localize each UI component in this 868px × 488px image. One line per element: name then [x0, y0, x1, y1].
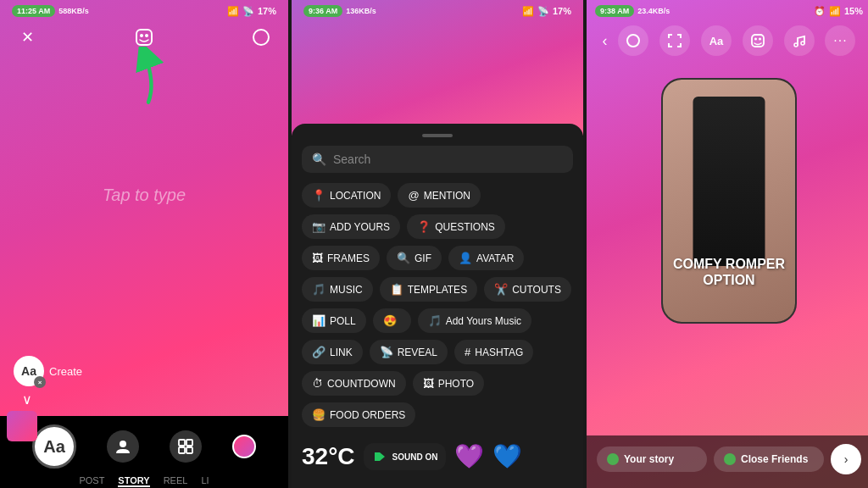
sticker-chip-location[interactable]: 📍 LOCATION — [302, 183, 391, 208]
bottom-icons-row: Aa — [0, 416, 288, 472]
close-friends-btn[interactable]: Close Friends — [714, 446, 824, 472]
sticker-chip-cutouts[interactable]: ✂️ CUTOUTS — [484, 277, 571, 302]
chevron-down-icon[interactable]: ∨ — [22, 391, 32, 408]
svg-rect-8 — [179, 447, 185, 453]
bottom-bar-1: Aa — [0, 416, 288, 488]
sticker-tool-btn[interactable] — [743, 25, 773, 56]
network-speed-1: 588KB/s — [58, 7, 89, 15]
sound-on-sticker[interactable]: SOUND ON — [364, 443, 447, 470]
more-dots: ··· — [833, 33, 847, 48]
network-indicator-1: 11:25 AM — [12, 5, 55, 17]
status-bar-1: 11:25 AM 588KB/s 📶 📡 17% — [0, 0, 288, 20]
wifi-1: 📡 — [242, 6, 254, 17]
sticker-chip-countdown[interactable]: ⏱ COUNTDOWN — [302, 371, 406, 396]
signal-1: 📶 — [227, 6, 239, 17]
expand-tool-btn[interactable] — [659, 25, 690, 56]
nav-tab-reel[interactable]: REEL — [164, 475, 188, 487]
sticker-chip-reveal[interactable]: 📡 REVEAL — [370, 340, 448, 364]
share-arrow-btn[interactable]: › — [831, 444, 861, 474]
svg-rect-7 — [186, 440, 192, 446]
sticker-chip-music[interactable]: 🎵 MUSIC — [302, 277, 373, 302]
sticker-chip-questions[interactable]: ❓ QUESTIONS — [407, 214, 505, 239]
circle-tool-btn[interactable] — [618, 25, 648, 56]
sticker-chip-photo[interactable]: 🖼 PHOTO — [413, 371, 484, 396]
sticker-chip-link[interactable]: 🔗 LINK — [302, 340, 363, 364]
svg-point-3 — [253, 30, 269, 45]
tap-to-type-label[interactable]: Tap to type — [103, 186, 186, 205]
nav-tabs: POST STORY REEL LI — [0, 472, 288, 488]
status-bar-2: 9:36 AM 136KB/s 📶 📡 17% — [292, 0, 583, 20]
bottom-share-bar: Your story Close Friends › — [587, 435, 868, 488]
svg-rect-9 — [186, 447, 192, 453]
status-left-1: 11:25 AM 588KB/s — [12, 5, 89, 17]
sticker-chip-avatar[interactable]: 👤 AVATAR — [448, 246, 524, 270]
big-aa-label: Aa — [43, 437, 65, 457]
text-tool-btn[interactable]: Aa — [701, 25, 732, 56]
sticker-chip-poll[interactable]: 📊 POLL — [302, 308, 366, 333]
screens-container: 11:25 AM 588KB/s 📶 📡 17% ✕ — [0, 0, 868, 488]
wifi-2: 📡 — [537, 6, 549, 17]
alarm-3: ⏰ — [814, 6, 826, 17]
back-button-3[interactable]: ‹ — [602, 32, 607, 50]
heart-sticker[interactable]: 💜 — [454, 442, 484, 470]
color-selector[interactable] — [232, 435, 256, 458]
sticker-chip-gif[interactable]: 🔍 GIF — [387, 246, 442, 270]
sticker-chip-hashtag[interactable]: # HASHTAG — [454, 340, 533, 364]
close-friends-dot — [724, 453, 736, 465]
sticker-chip-addyours[interactable]: 📷 ADD YOURS — [302, 214, 400, 239]
layout-icon-1[interactable] — [170, 430, 202, 463]
arrow-icon: › — [844, 452, 849, 466]
svg-point-15 — [794, 43, 798, 47]
phone-mockup: COMFY ROMPER OPTION — [661, 78, 797, 324]
speed-2: 136KB/s — [346, 7, 376, 15]
battery-1: 17% — [258, 6, 276, 16]
time-3: 9:38 AM — [595, 5, 634, 17]
status-bar-3: 9:38 AM 23.4KB/s ⏰ 📶 15% — [587, 0, 868, 20]
your-story-dot — [607, 453, 619, 465]
close-button-1[interactable]: ✕ — [14, 24, 41, 51]
more-tool-btn[interactable]: ··· — [825, 25, 855, 56]
svg-point-11 — [627, 35, 639, 47]
sticker-chip-templates[interactable]: 📋 TEMPLATES — [380, 277, 477, 302]
circle-icon-1[interactable] — [248, 24, 275, 51]
svg-point-2 — [145, 34, 148, 37]
search-icon: 🔍 — [312, 152, 326, 166]
signal-3: 📶 — [829, 6, 841, 17]
big-aa-button[interactable]: Aa — [32, 424, 76, 469]
status-right-3: ⏰ 📶 15% — [814, 6, 863, 17]
temp-sticker[interactable]: 32°C — [302, 443, 355, 470]
sticker-chip-emoji[interactable]: 😍 — [373, 308, 411, 333]
person-silhouette — [693, 97, 765, 266]
status-left-3: 9:38 AM 23.4KB/s — [595, 5, 670, 17]
thumbnail-1[interactable] — [7, 411, 37, 441]
your-story-label: Your story — [624, 453, 674, 465]
search-input[interactable]: Search — [333, 152, 370, 166]
profile-icon-1[interactable] — [107, 430, 139, 463]
svg-point-16 — [801, 42, 804, 45]
sticker-chip-frames[interactable]: 🖼 FRAMES — [302, 246, 380, 270]
screen1-story-creator: 11:25 AM 588KB/s 📶 📡 17% ✕ — [0, 0, 288, 488]
screen2-bg — [292, 0, 583, 136]
comfy-line2: OPTION — [703, 273, 754, 287]
nav-tab-live[interactable]: LI — [201, 475, 209, 487]
sticker-chip-addyoursmusic[interactable]: 🎵 Add Yours Music — [418, 308, 531, 333]
nav-tab-post[interactable]: POST — [79, 475, 104, 487]
aa-circle-small[interactable]: Aa × — [14, 356, 44, 386]
heart2-sticker[interactable]: 💙 — [492, 442, 522, 470]
svg-point-5 — [120, 441, 126, 447]
nav-tab-story[interactable]: STORY — [118, 475, 149, 487]
create-button-area[interactable]: Aa × Create — [14, 356, 82, 386]
svg-point-14 — [759, 38, 761, 41]
your-story-btn[interactable]: Your story — [597, 446, 707, 472]
sticker-chip-mention[interactable]: @ MENTION — [398, 183, 481, 208]
comfy-line1: COMFY ROMPER — [673, 257, 785, 271]
search-bar[interactable]: 🔍 Search — [302, 146, 573, 173]
phone-bg: COMFY ROMPER OPTION — [663, 80, 795, 322]
svg-rect-0 — [136, 30, 152, 45]
sticker-chip-foodorders[interactable]: 🍔 FOOD ORDERS — [302, 402, 415, 427]
drag-handle — [422, 134, 453, 137]
text-tool-label: Aa — [709, 35, 724, 47]
network-pill-2: 9:36 AM — [303, 5, 342, 17]
screen2-sticker-picker: 9:36 AM 136KB/s 📶 📡 17% 🔍 Search 📍 LOCAT… — [292, 0, 583, 488]
music-tool-btn[interactable] — [784, 25, 815, 56]
